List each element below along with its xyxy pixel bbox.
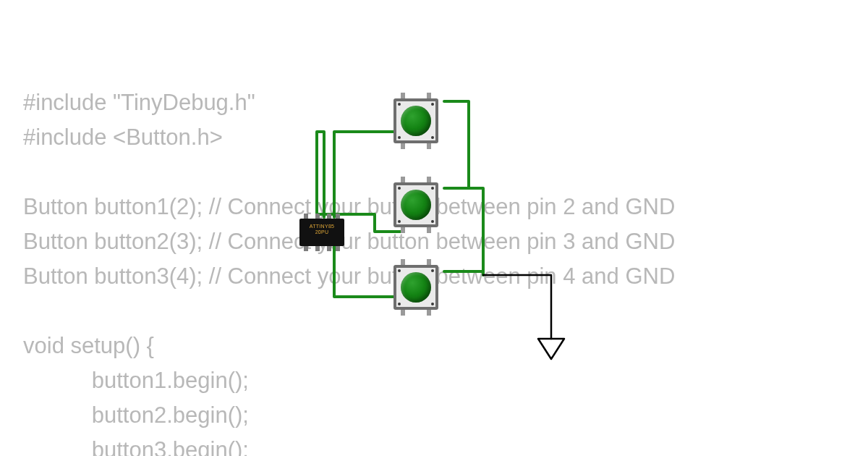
pushbutton-1[interactable] <box>388 93 444 149</box>
attiny85-chip[interactable]: ATTINY8520PU <box>299 219 344 246</box>
pushbutton-3[interactable] <box>388 259 444 316</box>
circuit-canvas[interactable]: ATTINY8520PU <box>0 0 868 456</box>
pushbutton-2[interactable] <box>388 177 444 233</box>
ground-symbol-icon <box>535 333 567 362</box>
chip-label: ATTINY8520PU <box>299 224 344 236</box>
